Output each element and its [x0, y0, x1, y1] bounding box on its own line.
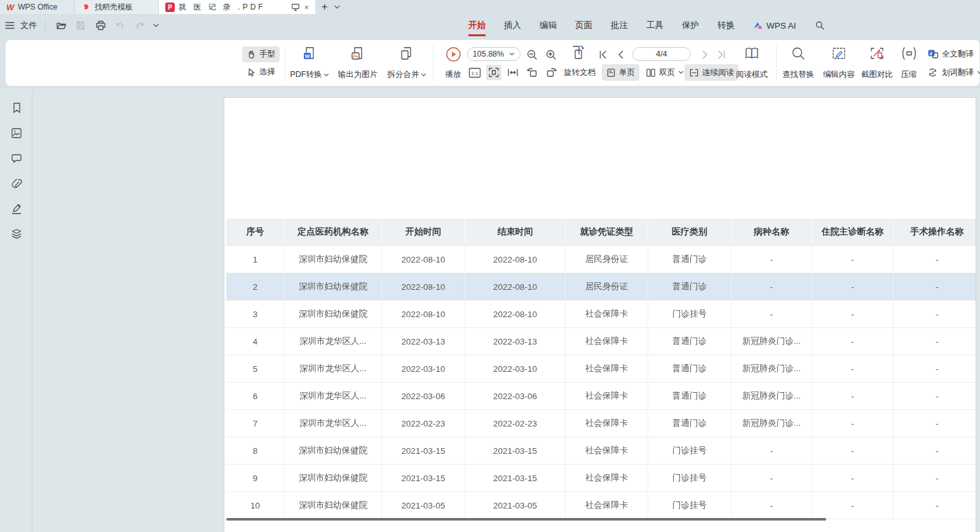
rotate-right-button[interactable] [543, 65, 559, 80]
full-translate-button[interactable]: A 全文翻译 [927, 46, 974, 62]
docer-logo [81, 3, 91, 12]
play-button[interactable]: 播放 [438, 44, 468, 83]
folder-open-icon[interactable] [54, 18, 68, 32]
save-icon[interactable] [74, 18, 88, 32]
hand-tool-button[interactable]: 手型 [242, 46, 280, 62]
chevron-down-icon [323, 73, 329, 77]
signature-icon[interactable] [8, 201, 25, 217]
export-image-icon [350, 46, 366, 62]
document-area: 序号定点医药机构名称开始时间结束时间就诊凭证类型医疗类别病种名称住院主诊断名称手… [0, 89, 980, 532]
zoom-in-button[interactable] [543, 47, 559, 62]
read-mode-button[interactable]: 阅读模式 [732, 44, 772, 83]
compress-button[interactable]: 压缩 [895, 44, 922, 83]
fit-page-button[interactable] [486, 65, 501, 80]
tab-comment[interactable]: 批注 [611, 14, 628, 37]
rotate-left-button[interactable] [524, 65, 540, 80]
tab-edit[interactable]: 编辑 [540, 14, 557, 37]
tab-wps-office-label: WPS Office [18, 3, 57, 11]
table-row: 5深圳市龙华区人...2022-03-102022-03-10社会保障卡普通门诊… [226, 355, 976, 383]
tab-protect[interactable]: 保护 [682, 14, 699, 37]
table-cell: 2021-03-15 [465, 465, 566, 492]
compress-icon [901, 46, 917, 61]
ribbon-search[interactable] [815, 14, 825, 37]
table-cell: 居民身份证 [566, 246, 648, 273]
table-cell: - [894, 355, 976, 383]
zoom-out-button[interactable] [524, 47, 540, 62]
bookmark-icon[interactable] [8, 100, 25, 116]
table-header-row: 序号定点医药机构名称开始时间结束时间就诊凭证类型医疗类别病种名称住院主诊断名称手… [226, 219, 976, 246]
export-image-button[interactable]: 输出为图片 [333, 44, 383, 83]
quick-access-chevron-icon[interactable] [153, 23, 160, 28]
page-swap-button[interactable] [570, 45, 585, 60]
table-cell: 2022-08-10 [465, 246, 566, 273]
zoom-level-select[interactable]: 105.88% [467, 47, 521, 61]
table-cell: 2022-03-13 [382, 328, 465, 355]
layers-icon[interactable] [8, 226, 25, 242]
table-cell: - [732, 437, 812, 465]
fit-width-button[interactable] [505, 65, 521, 80]
tab-document-active[interactable]: P 就 医 记 录 .PDF × [159, 0, 315, 14]
table-cell: 深圳市龙华区人... [285, 410, 382, 437]
table-row: 4深圳市龙华区人...2022-03-132022-03-13社会保障卡普通门诊… [226, 328, 976, 355]
table-row: 8深圳市妇幼保健院2021-03-152021-03-15社会保障卡门诊挂号--… [226, 437, 976, 465]
next-page-button[interactable] [698, 48, 711, 61]
attachment-icon[interactable] [8, 175, 25, 192]
tab-wps-office[interactable]: W WPS Office [0, 0, 75, 14]
table-cell: - [894, 492, 976, 519]
rotate-doc-button[interactable]: 旋转文档 [564, 64, 595, 81]
table-cell: - [812, 492, 894, 519]
print-icon[interactable] [93, 18, 107, 32]
word-translate-icon: A [927, 67, 939, 78]
double-page-button[interactable]: 双页 [641, 64, 688, 81]
tab-wps-ai[interactable]: WPS AI [753, 14, 796, 37]
table-row: 10深圳市妇幼保健院2021-03-052021-03-05社会保障卡门诊挂号-… [226, 492, 976, 519]
select-tool-button[interactable]: 选择 [242, 64, 280, 80]
pdf-convert-button[interactable]: W PDF转换 [287, 44, 332, 83]
edit-content-button[interactable]: 编辑内容 [819, 44, 859, 83]
last-page-button[interactable] [715, 48, 728, 61]
thumbnail-icon[interactable] [8, 125, 25, 141]
undo-icon[interactable] [113, 18, 127, 32]
comment-icon[interactable] [8, 150, 25, 167]
pdf-convert-icon: W [301, 46, 318, 62]
tab-convert[interactable]: 转换 [718, 14, 735, 37]
first-page-button[interactable] [597, 48, 609, 61]
table-cell: 深圳市妇幼保健院 [285, 301, 382, 328]
screenshot-compare-button[interactable]: 截图对比 [857, 44, 897, 83]
word-translate-button[interactable]: A 划词翻译 [927, 65, 980, 80]
tab-page[interactable]: 页面 [575, 14, 592, 37]
table-cell: 普通门诊 [648, 355, 732, 383]
table-cell: 普通门诊 [648, 328, 732, 355]
tab-list-chevron-icon[interactable] [334, 4, 341, 10]
table-cell: - [894, 246, 976, 273]
table-cell: 社会保障卡 [566, 383, 648, 410]
table-cell: - [812, 355, 894, 383]
table-cell: - [894, 301, 976, 328]
table-cell: 2022-08-10 [382, 301, 465, 328]
tab-docer-templates[interactable]: 找稻壳模板 [75, 0, 159, 14]
monitor-icon[interactable] [291, 3, 300, 11]
table-cell: 10 [226, 492, 285, 519]
actual-size-button[interactable]: 1:1 [467, 65, 482, 80]
tab-tools[interactable]: 工具 [646, 14, 664, 37]
table-cell: 5 [226, 355, 285, 383]
hamburger-icon[interactable] [5, 22, 15, 29]
table-cell: 2021-03-15 [465, 437, 566, 465]
continuous-read-button[interactable]: 连续阅读 [684, 64, 738, 81]
table-cell: - [812, 410, 894, 437]
single-page-button[interactable]: 单页 [602, 64, 639, 81]
file-menu-button[interactable]: 文件 [20, 20, 37, 31]
find-replace-button[interactable]: 查找替换 [779, 44, 818, 83]
prev-page-button[interactable] [615, 48, 627, 61]
page-indicator-input[interactable]: 4/4 [632, 47, 691, 61]
tab-insert[interactable]: 插入 [504, 14, 521, 37]
table-cell: 新冠肺炎门诊... [732, 355, 812, 383]
table-cell: 4 [226, 328, 285, 355]
close-icon[interactable]: × [304, 3, 309, 11]
tab-home[interactable]: 开始 [468, 14, 486, 37]
new-tab-plus-icon[interactable]: + [322, 2, 327, 12]
table-cell: 社会保障卡 [566, 437, 648, 465]
table-header-cell: 住院主诊断名称 [812, 219, 894, 246]
redo-icon[interactable] [133, 18, 147, 32]
split-merge-button[interactable]: 拆分合并 [384, 44, 430, 83]
